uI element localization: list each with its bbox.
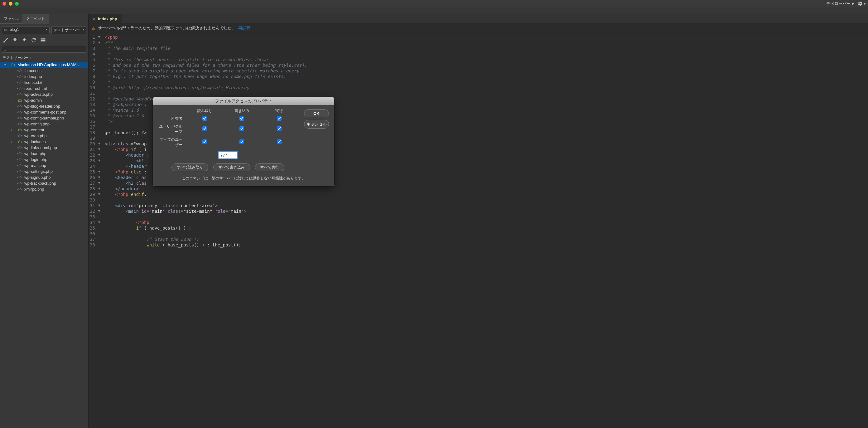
project-dropdown[interactable]: ▭ blog1 [2, 26, 50, 34]
file-icon: </> [17, 75, 23, 79]
owner-exec-checkbox[interactable] [277, 116, 281, 120]
code-area[interactable]: 1234567891011121314151617181920212223242… [89, 33, 868, 428]
tree-file[interactable]: </>readme.html [0, 85, 88, 91]
file-icon: <?> [17, 175, 23, 179]
tree-file[interactable]: </>.htaccess [0, 68, 88, 74]
tree-item-label: wp-admin [24, 98, 86, 103]
file-icon: <?> [17, 122, 23, 126]
warning-icon: ⚠ [92, 26, 95, 31]
upload-icon[interactable] [21, 37, 27, 44]
tree-file[interactable]: <?>wp-login.php [0, 156, 88, 163]
download-icon[interactable] [12, 37, 18, 44]
tree-file[interactable]: <?>wp-trackback.php [0, 180, 88, 186]
file-icon: <?> [17, 92, 23, 96]
tree-file[interactable]: <?>wp-comments-post.php [0, 109, 88, 115]
tree-item-label: wp-login.php [24, 157, 86, 162]
file-icon: <?> [17, 134, 23, 138]
all-exec-button[interactable]: すべて実行 [255, 164, 284, 171]
retry-link[interactable]: 再試行 [238, 25, 250, 31]
developer-menu[interactable]: デベロッパー ▾ [826, 1, 854, 6]
project-label: blog1 [10, 27, 19, 32]
tree-file[interactable]: <?>wp-config.php [0, 121, 88, 127]
tree-folder[interactable]: ›🗀wp-admin [0, 97, 88, 103]
group-exec-checkbox[interactable] [277, 126, 281, 131]
tree-folder[interactable]: ›🗀wp-content [0, 127, 88, 133]
server-dropdown[interactable]: テストサーバー [52, 26, 86, 34]
tree-item-label: xmlrpc.php [24, 187, 86, 192]
close-window-button[interactable] [2, 2, 6, 6]
maximize-window-button[interactable] [15, 2, 19, 6]
all-read-button[interactable]: すべて読み取り [172, 164, 208, 171]
tree-folder[interactable]: ›🗀wp-includes [0, 139, 88, 145]
tree-file[interactable]: <?>wp-blog-header.php [0, 103, 88, 109]
tree-file[interactable]: <?>wp-links-opml.php [0, 145, 88, 151]
refresh-icon[interactable] [31, 37, 37, 44]
search-input[interactable] [2, 46, 86, 53]
tree-file[interactable]: <?>wp-load.php [0, 151, 88, 156]
permission-value-input[interactable] [218, 151, 238, 159]
folder-icon: 🗀 [17, 98, 23, 103]
tree-item-label: readme.html [24, 86, 86, 91]
menubar: デベロッパー ▾ ▾ [0, 0, 868, 7]
group-write-checkbox[interactable] [240, 126, 244, 131]
tree-file[interactable]: <?>wp-signup.php [0, 174, 88, 180]
tree-file[interactable]: <?>wp-mail.php [0, 163, 88, 168]
server-label: テストサーバー ↑ [0, 54, 88, 62]
dialog-title: ファイルアクセスのプロパティ [153, 97, 334, 105]
tree-item-label: wp-includes [24, 139, 86, 144]
owner-read-checkbox[interactable] [203, 116, 207, 120]
snippets-tab[interactable]: スニペット [23, 15, 49, 24]
cancel-button[interactable]: キャンセル [304, 120, 329, 129]
file-icon: <?> [17, 104, 23, 108]
folder-icon: 🗀 [17, 139, 23, 144]
file-icon: <?> [17, 181, 23, 185]
close-icon[interactable]: × [93, 16, 95, 21]
toolbar-row [0, 7, 868, 15]
all-read-checkbox[interactable] [203, 139, 207, 144]
tree-item-label: wp-mail.php [24, 163, 86, 168]
chevron-down-icon: ▾ [852, 2, 854, 6]
group-read-checkbox[interactable] [203, 126, 207, 131]
chevron-right-icon: › [11, 98, 15, 102]
brush-icon[interactable] [2, 37, 9, 44]
settings-menu[interactable]: ▾ [858, 1, 866, 6]
tree-file[interactable]: <?>xmlrpc.php [0, 186, 88, 192]
all-write-checkbox[interactable] [240, 139, 244, 144]
tree-item-label: .htaccess [24, 68, 86, 73]
tree-file[interactable]: </>index.php [0, 74, 88, 80]
folder-icon: 🗀 [10, 62, 16, 67]
file-tree: ▾ 🗀 Macintosh HD:Applications:MAM… </>.h… [0, 62, 88, 428]
tree-item-label: wp-blog-header.php [24, 104, 86, 109]
read-header: 読み取り [186, 108, 223, 114]
editor-tab[interactable]: × index.php [89, 15, 122, 23]
file-icon: <?> [17, 152, 23, 156]
tree-root[interactable]: ▾ 🗀 Macintosh HD:Applications:MAM… [0, 62, 88, 68]
tree-item-label: wp-config-sample.php [24, 116, 86, 120]
ok-button[interactable]: OK [304, 110, 329, 117]
all-exec-checkbox[interactable] [277, 139, 281, 144]
tree-file[interactable]: </>license.txt [0, 80, 88, 85]
tree-file[interactable]: <?>wp-cron.php [0, 133, 88, 139]
tree-item-label: wp-settings.php [24, 169, 86, 174]
tree-file[interactable]: <?>wp-activate.php [0, 91, 88, 97]
write-header: 書き込み [223, 108, 260, 114]
tree-file[interactable]: <?>wp-config-sample.php [0, 115, 88, 121]
gear-icon [858, 1, 863, 6]
dialog-note: このコマンドは一部のサーバーに対しては動作しない可能性があります。 [158, 176, 329, 181]
tree-item-label: license.txt [24, 80, 86, 85]
owner-write-checkbox[interactable] [240, 116, 244, 120]
group-label: ユーザー/グループ [158, 124, 186, 135]
folder-icon: ▭ [4, 27, 7, 32]
files-tab[interactable]: ファイル [0, 15, 23, 24]
file-icon: </> [17, 68, 23, 73]
file-icon: </> [17, 81, 23, 85]
sync-icon[interactable] [40, 37, 46, 44]
all-write-button[interactable]: すべて書き込み [213, 164, 250, 171]
file-permissions-dialog: ファイルアクセスのプロパティ OK キャンセル 読み取り 書き込み 実行 所有者… [153, 97, 334, 186]
minimize-window-button[interactable] [9, 2, 12, 6]
tab-bar: × index.php [89, 15, 868, 23]
file-icon: </> [17, 86, 23, 90]
tree-item-label: wp-links-opml.php [24, 145, 86, 150]
tree-item-label: wp-comments-post.php [24, 110, 86, 114]
tree-file[interactable]: <?>wp-settings.php [0, 168, 88, 174]
